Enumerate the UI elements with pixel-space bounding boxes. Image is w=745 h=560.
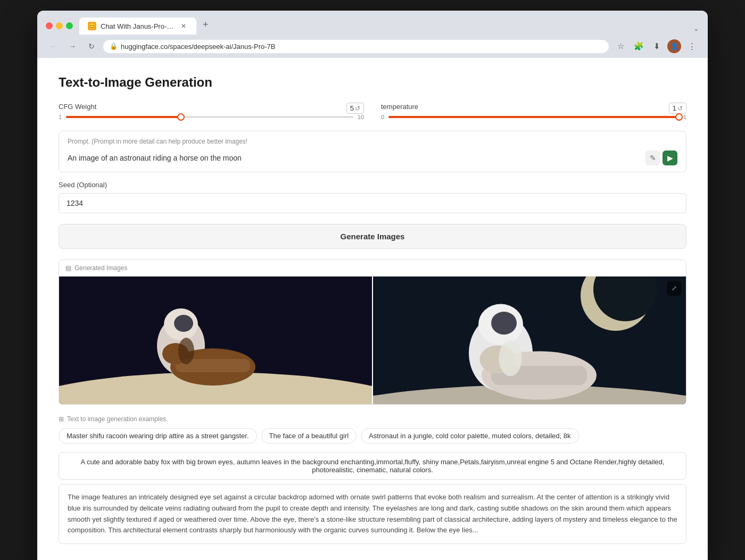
temperature-group: temperature 1 ↺ 0 1 bbox=[381, 103, 686, 120]
browser-window: 😊 Chat With Janus-Pro-7B - a I ✕ + ⌄ ← →… bbox=[37, 11, 708, 560]
share-button[interactable]: ⤢ bbox=[667, 281, 682, 296]
cfg-slider-thumb[interactable] bbox=[177, 113, 185, 121]
prompt-input[interactable] bbox=[68, 154, 641, 162]
tab-end: ⌄ bbox=[215, 24, 699, 35]
examples-header-label: Text to image generation examples. bbox=[67, 415, 168, 423]
user-avatar[interactable]: 👤 bbox=[667, 39, 681, 53]
controls-row: CFG Weight 5 ↺ 1 10 bbox=[59, 103, 686, 120]
svg-point-19 bbox=[499, 340, 522, 376]
images-header: ▤ Generated Images bbox=[59, 260, 686, 277]
back-button[interactable]: ← bbox=[46, 39, 61, 54]
seed-label: Seed (Optional) bbox=[59, 181, 686, 189]
active-tab[interactable]: 😊 Chat With Janus-Pro-7B - a I ✕ bbox=[79, 18, 196, 35]
svg-point-8 bbox=[178, 338, 194, 364]
tab-favicon: 😊 bbox=[88, 22, 96, 30]
menu-button[interactable]: ⋮ bbox=[684, 39, 699, 54]
example-long-chip[interactable]: A cute and adorable baby fox with big br… bbox=[59, 452, 686, 480]
temperature-label: temperature bbox=[381, 103, 418, 111]
browser-titlebar: 😊 Chat With Janus-Pro-7B - a I ✕ + ⌄ bbox=[37, 11, 708, 35]
traffic-lights bbox=[46, 22, 73, 29]
temperature-max: 1 bbox=[683, 114, 686, 120]
prompt-section: Prompt. (Prompt in more detail can help … bbox=[59, 131, 686, 172]
bookmark-button[interactable]: ☆ bbox=[613, 39, 628, 54]
images-grid: ⤢ bbox=[59, 277, 686, 404]
svg-point-15 bbox=[491, 312, 517, 335]
cfg-weight-group: CFG Weight 5 ↺ 1 10 bbox=[59, 103, 364, 120]
toolbar-actions: ☆ 🧩 ⬇ 👤 ⋮ bbox=[613, 39, 699, 54]
temperature-slider-track[interactable] bbox=[388, 116, 679, 118]
examples-chips: Master shifu racoon wearing drip attire … bbox=[59, 428, 686, 444]
cfg-slider-wrapper: 1 10 bbox=[59, 114, 364, 120]
seed-section: Seed (Optional) bbox=[59, 181, 686, 213]
cfg-weight-value-box: 5 ↺ bbox=[346, 103, 364, 114]
examples-header: ⊞ Text to image generation examples. bbox=[59, 415, 686, 423]
prompt-input-row: ✎ ▶ bbox=[68, 151, 677, 165]
forward-button[interactable]: → bbox=[65, 39, 80, 54]
temperature-slider-wrapper: 0 1 bbox=[381, 114, 686, 120]
security-icon: 🔒 bbox=[110, 43, 118, 50]
download-button[interactable]: ⬇ bbox=[649, 39, 664, 54]
address-bar[interactable]: 🔒 huggingface.co/spaces/deepseek-ai/Janu… bbox=[103, 40, 609, 53]
temperature-slider-thumb[interactable] bbox=[675, 113, 683, 121]
images-icon: ▤ bbox=[65, 264, 71, 272]
tab-title: Chat With Janus-Pro-7B - a I bbox=[101, 22, 175, 30]
temperature-value: 1 bbox=[673, 104, 676, 112]
extensions-button[interactable]: 🧩 bbox=[631, 39, 646, 54]
cfg-slider-track[interactable] bbox=[66, 116, 353, 118]
cfg-slider-fill bbox=[66, 116, 181, 118]
temperature-min: 0 bbox=[381, 114, 384, 120]
tab-close-button[interactable]: ✕ bbox=[179, 22, 188, 30]
astro-svg-2 bbox=[373, 277, 686, 404]
reload-button[interactable]: ↻ bbox=[84, 39, 99, 54]
astro-svg-1 bbox=[59, 277, 372, 404]
generated-images-section: ▤ Generated Images bbox=[59, 260, 686, 405]
images-header-label: Generated Images bbox=[74, 264, 127, 272]
page-title: Text-to-Image Generation bbox=[59, 75, 686, 90]
tab-bar: 😊 Chat With Janus-Pro-7B - a I ✕ + ⌄ bbox=[79, 17, 699, 35]
examples-grid-icon: ⊞ bbox=[59, 415, 64, 423]
example-chip-2[interactable]: Astronaut in a jungle, cold color palett… bbox=[361, 428, 578, 444]
cfg-weight-value: 5 bbox=[350, 104, 354, 112]
page-content: Text-to-Image Generation CFG Weight 5 ↺ … bbox=[37, 58, 708, 560]
url-display: huggingface.co/spaces/deepseek-ai/Janus-… bbox=[121, 43, 602, 51]
maximize-button[interactable] bbox=[66, 22, 73, 29]
minimize-button[interactable] bbox=[56, 22, 63, 29]
temperature-value-box: 1 ↺ bbox=[669, 103, 686, 114]
example-chip-1[interactable]: The face of a beautiful girl bbox=[261, 428, 357, 444]
temperature-reset-icon[interactable]: ↺ bbox=[677, 105, 683, 112]
generated-image-1 bbox=[59, 277, 372, 404]
description-box: The image features an intricately design… bbox=[59, 484, 686, 544]
cfg-max: 10 bbox=[358, 114, 364, 120]
seed-input[interactable] bbox=[59, 193, 686, 213]
example-chip-0[interactable]: Master shifu racoon wearing drip attire … bbox=[59, 428, 257, 444]
new-tab-button[interactable]: + bbox=[198, 17, 213, 32]
generated-image-2: ⤢ bbox=[372, 277, 686, 404]
svg-point-4 bbox=[174, 315, 193, 332]
cfg-reset-icon[interactable]: ↺ bbox=[355, 105, 360, 112]
cfg-weight-label: CFG Weight bbox=[59, 103, 96, 111]
generate-button[interactable]: Generate Images bbox=[59, 224, 686, 249]
prompt-hint: Prompt. (Prompt in more detail can help … bbox=[68, 138, 677, 145]
browser-toolbar: ← → ↻ 🔒 huggingface.co/spaces/deepseek-a… bbox=[37, 35, 708, 58]
prompt-submit-button[interactable]: ▶ bbox=[663, 151, 677, 165]
temperature-slider-fill bbox=[388, 116, 679, 118]
prompt-actions: ✎ ▶ bbox=[645, 151, 677, 165]
prompt-clear-button[interactable]: ✎ bbox=[645, 151, 660, 165]
examples-section: ⊞ Text to image generation examples. Mas… bbox=[59, 415, 686, 444]
cfg-min: 1 bbox=[59, 114, 62, 120]
close-button[interactable] bbox=[46, 22, 53, 29]
